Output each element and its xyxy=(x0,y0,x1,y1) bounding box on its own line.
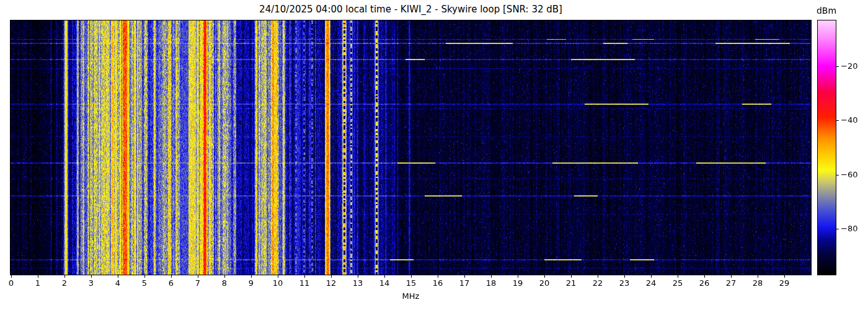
x-tick-label: 27 xyxy=(720,278,742,288)
x-tick-label: 7 xyxy=(187,278,209,288)
x-tick-label: 5 xyxy=(133,278,156,288)
x-tick-mark xyxy=(358,275,358,278)
x-tick-label: 6 xyxy=(160,278,182,288)
x-tick-label: 25 xyxy=(666,278,689,288)
x-tick-mark xyxy=(144,275,145,278)
colorbar xyxy=(818,20,836,275)
x-tick-label: 0 xyxy=(0,278,22,288)
x-tick-label: 16 xyxy=(427,278,449,288)
spectrogram-figure: 24/10/2025 04:00 local time - KIWI_2 - S… xyxy=(0,0,868,310)
x-tick-label: 4 xyxy=(107,278,129,288)
x-tick-mark xyxy=(731,275,732,278)
x-tick-mark xyxy=(304,275,305,278)
x-tick-mark xyxy=(678,275,678,278)
chart-title: 24/10/2025 04:00 local time - KIWI_2 - S… xyxy=(11,4,811,15)
colorbar-tick-label: −40 xyxy=(841,115,866,125)
x-tick-mark xyxy=(411,275,412,278)
x-axis-label: MHz xyxy=(11,291,811,301)
x-tick-mark xyxy=(438,275,438,278)
x-tick-mark xyxy=(91,275,92,278)
x-tick-label: 29 xyxy=(773,278,795,288)
x-tick-label: 21 xyxy=(560,278,582,288)
x-tick-label: 11 xyxy=(293,278,316,288)
x-tick-mark xyxy=(624,275,625,278)
colorbar-tick-label: −20 xyxy=(841,61,866,71)
x-tick-mark xyxy=(464,275,465,278)
x-tick-label: 28 xyxy=(746,278,769,288)
x-tick-mark xyxy=(544,275,545,278)
x-tick-label: 1 xyxy=(27,278,49,288)
x-tick-mark xyxy=(331,275,332,278)
colorbar-tick-mark xyxy=(836,175,839,175)
x-tick-mark xyxy=(704,275,705,278)
colorbar-tick-mark xyxy=(836,120,839,121)
x-tick-mark xyxy=(518,275,518,278)
colorbar-tick-mark xyxy=(836,66,839,67)
x-tick-mark xyxy=(198,275,198,278)
x-tick-label: 14 xyxy=(373,278,396,288)
x-tick-label: 10 xyxy=(267,278,289,288)
x-tick-label: 17 xyxy=(453,278,476,288)
x-tick-mark xyxy=(571,275,572,278)
x-tick-label: 9 xyxy=(240,278,262,288)
x-tick-label: 15 xyxy=(400,278,422,288)
x-tick-mark xyxy=(758,275,758,278)
x-tick-mark xyxy=(651,275,652,278)
x-tick-label: 22 xyxy=(587,278,609,288)
spectrogram-canvas xyxy=(11,20,811,275)
x-tick-mark xyxy=(384,275,385,278)
x-tick-mark xyxy=(224,275,225,278)
x-tick-label: 23 xyxy=(613,278,636,288)
x-tick-mark xyxy=(598,275,598,278)
x-tick-mark xyxy=(11,275,12,278)
x-tick-label: 8 xyxy=(213,278,236,288)
x-tick-mark xyxy=(251,275,252,278)
x-tick-label: 24 xyxy=(640,278,662,288)
colorbar-tick-label: −60 xyxy=(841,170,866,179)
x-tick-mark xyxy=(278,275,278,278)
x-tick-label: 13 xyxy=(347,278,369,288)
x-tick-label: 26 xyxy=(693,278,715,288)
x-tick-label: 18 xyxy=(480,278,502,288)
colorbar-label: dBm xyxy=(808,6,845,16)
colorbar-tick-label: −80 xyxy=(841,224,866,233)
x-tick-label: 3 xyxy=(80,278,102,288)
x-tick-mark xyxy=(118,275,118,278)
x-tick-mark xyxy=(38,275,38,278)
x-tick-mark xyxy=(491,275,492,278)
x-tick-label: 20 xyxy=(533,278,556,288)
colorbar-tick-mark xyxy=(836,229,839,229)
x-tick-label: 12 xyxy=(320,278,342,288)
x-tick-mark xyxy=(171,275,172,278)
x-tick-label: 19 xyxy=(507,278,529,288)
x-tick-mark xyxy=(784,275,785,278)
x-tick-label: 2 xyxy=(53,278,76,288)
x-tick-mark xyxy=(64,275,65,278)
